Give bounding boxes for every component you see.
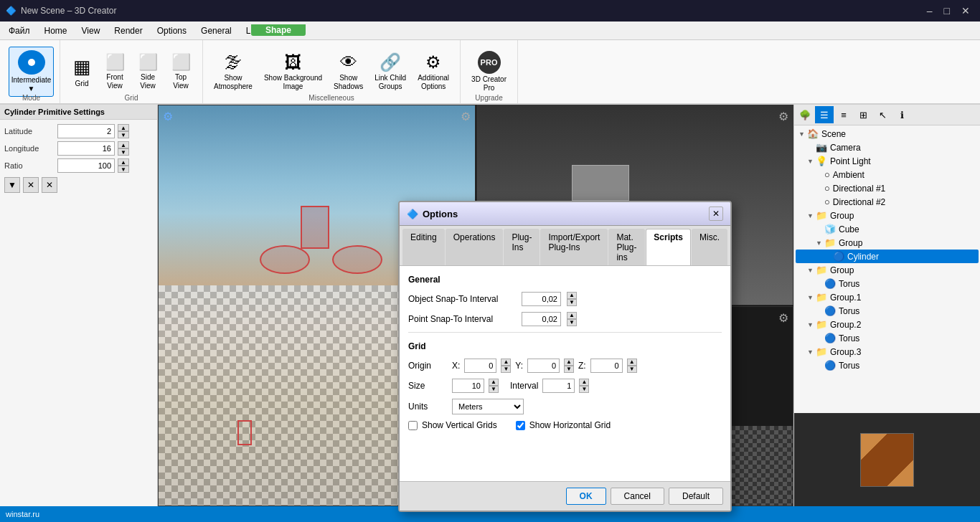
- ratio-spin-up[interactable]: ▲: [118, 158, 129, 166]
- menu-render[interactable]: Render: [107, 24, 149, 38]
- show-vertical-checkbox[interactable]: [408, 421, 418, 430]
- longitude-spin-up[interactable]: ▲: [118, 141, 129, 148]
- origin-y-input[interactable]: [527, 359, 560, 373]
- tab-plug-ins[interactable]: Plug-Ins: [504, 229, 540, 265]
- tile-view-button[interactable]: ⊞: [854, 106, 872, 123]
- minimize-button[interactable]: –: [923, 4, 937, 18]
- ox-up[interactable]: ▲: [501, 359, 511, 366]
- tree-item-group6[interactable]: ▼ 📁 Group.3: [796, 345, 979, 359]
- side-view-button[interactable]: ⬜ SideView: [132, 44, 164, 99]
- tab-editing[interactable]: Editing: [402, 229, 445, 265]
- ratio-spin-down[interactable]: ▼: [118, 166, 129, 173]
- viewport-main-gear[interactable]: ⚙: [461, 110, 471, 123]
- show-background-button[interactable]: 🖼 Show BackgroundImage: [259, 44, 327, 99]
- oz-down[interactable]: ▼: [627, 366, 637, 373]
- oy-up[interactable]: ▲: [564, 359, 574, 366]
- latitude-spin-down[interactable]: ▼: [118, 131, 129, 138]
- show-horizontal-checkbox[interactable]: [516, 421, 525, 430]
- size-input[interactable]: [452, 379, 484, 393]
- show-atmosphere-button[interactable]: 🌫 ShowAtmosphere: [209, 44, 258, 99]
- interval-up[interactable]: ▲: [579, 379, 589, 386]
- menu-view[interactable]: View: [75, 24, 108, 38]
- tree-item-torus4[interactable]: 🔵 Torus: [796, 359, 979, 372]
- menu-general[interactable]: General: [194, 24, 239, 38]
- tab-mat-plugins[interactable]: Mat. Plug-ins: [608, 229, 645, 265]
- tree-item-directional1[interactable]: ○ Directional #1: [796, 181, 979, 195]
- point-snap-up[interactable]: ▲: [567, 312, 577, 319]
- tab-import-export[interactable]: Import/Export Plug-Ins: [540, 229, 608, 265]
- ratio-input[interactable]: [57, 158, 115, 173]
- origin-x-input[interactable]: [464, 359, 496, 373]
- origin-z-spinner: ▲ ▼: [627, 359, 637, 373]
- tree-item-torus3[interactable]: 🔵 Torus: [796, 331, 979, 345]
- top-view-button[interactable]: ⬜ TopView: [165, 44, 197, 99]
- right-panel-toolbar: 🌳 ☰ ≡ ⊞ ↖ ℹ: [794, 105, 980, 125]
- tree-item-torus2[interactable]: 🔵 Torus: [796, 304, 979, 318]
- tree-item-cube[interactable]: 🧊 Cube: [796, 222, 979, 236]
- tree-item-group5[interactable]: ▼ 📁 Group.2: [796, 318, 979, 331]
- cancel-button[interactable]: Cancel: [611, 488, 664, 505]
- cancel-icon-button[interactable]: ✕: [23, 177, 39, 193]
- close-button[interactable]: ✕: [957, 4, 974, 18]
- tab-scripts[interactable]: Scripts: [646, 229, 691, 265]
- oz-up[interactable]: ▲: [627, 359, 637, 366]
- tree-item-group4[interactable]: ▼ 📁 Group.1: [796, 290, 979, 304]
- origin-z-input[interactable]: [590, 359, 623, 373]
- intermediate-icon: [18, 50, 45, 75]
- origin-label: Origin: [408, 361, 448, 371]
- tree-item-group1[interactable]: ▼ 📁 Group: [796, 209, 979, 222]
- front-view-button[interactable]: ⬜ FrontView: [99, 44, 131, 99]
- menu-options[interactable]: Options: [150, 24, 194, 38]
- viewport-main-settings[interactable]: ⚙: [163, 110, 173, 123]
- longitude-spin-down[interactable]: ▼: [118, 148, 129, 156]
- size-up[interactable]: ▲: [489, 379, 499, 386]
- dialog-close-button[interactable]: ✕: [709, 207, 723, 221]
- link-child-groups-button[interactable]: 🔗 Link ChildGroups: [369, 44, 411, 99]
- menu-file[interactable]: Файл: [1, 24, 37, 38]
- pro-button[interactable]: PRO 3D CreatorPro: [466, 44, 512, 99]
- tab-misc[interactable]: Misc.: [692, 229, 727, 265]
- units-select[interactable]: Meters Feet Centimeters: [452, 399, 524, 414]
- side-view-label: SideView: [140, 73, 156, 90]
- tree-item-cylinder[interactable]: 🔵 Cylinder: [796, 250, 979, 263]
- tree-item-group2[interactable]: ▼ 📁 Group: [796, 236, 979, 250]
- maximize-button[interactable]: □: [940, 4, 954, 18]
- info-button[interactable]: ℹ: [892, 106, 911, 123]
- size-down[interactable]: ▼: [489, 386, 499, 393]
- apply-icon-button[interactable]: ▼: [4, 177, 20, 193]
- tree-item-group3[interactable]: ▼ 📁 Group: [796, 263, 979, 277]
- tree-item-torus1[interactable]: 🔵 Torus: [796, 277, 979, 290]
- tree-item-point-light[interactable]: ▼ 💡 Point Light: [796, 154, 979, 168]
- list-view-button[interactable]: ☰: [815, 106, 834, 123]
- interval-input[interactable]: [542, 379, 575, 393]
- viewport-tr-gear[interactable]: ⚙: [778, 110, 788, 123]
- show-shadows-button[interactable]: 👁 ShowShadows: [329, 44, 368, 99]
- oy-down[interactable]: ▼: [564, 366, 574, 373]
- latitude-input[interactable]: [57, 124, 115, 138]
- longitude-input[interactable]: [57, 141, 115, 156]
- tree-item-directional2[interactable]: ○ Directional #2: [796, 195, 979, 209]
- grid-button[interactable]: ▦ Grid: [66, 44, 98, 99]
- object-snap-input[interactable]: [522, 292, 561, 306]
- default-button[interactable]: Default: [669, 488, 723, 505]
- additional-options-button[interactable]: ⚙ AdditionalOptions: [413, 44, 454, 99]
- intermediate-button[interactable]: Intermediate ▼: [9, 47, 54, 97]
- latitude-spin-up[interactable]: ▲: [118, 124, 129, 131]
- object-snap-down[interactable]: ▼: [567, 299, 577, 306]
- tree-item-scene[interactable]: ▼ 🏠 Scene: [796, 127, 979, 141]
- details-view-button[interactable]: ≡: [834, 106, 853, 123]
- menu-home[interactable]: Home: [37, 24, 75, 38]
- object-snap-up[interactable]: ▲: [567, 292, 577, 299]
- point-snap-down[interactable]: ▼: [567, 319, 577, 326]
- select-button[interactable]: ↖: [873, 106, 892, 123]
- tree-view-button[interactable]: 🌳: [796, 106, 814, 123]
- interval-down[interactable]: ▼: [579, 386, 589, 393]
- viewport-bl-gear[interactable]: ⚙: [778, 311, 788, 325]
- point-snap-input[interactable]: [522, 312, 561, 326]
- tree-item-camera[interactable]: 📷 Camera: [796, 141, 979, 154]
- tab-operations[interactable]: Operations: [446, 229, 504, 265]
- tree-item-ambient[interactable]: ○ Ambient: [796, 168, 979, 181]
- reset-icon-button[interactable]: ✕: [42, 177, 57, 193]
- ox-down[interactable]: ▼: [501, 366, 511, 373]
- ok-button[interactable]: OK: [566, 488, 606, 505]
